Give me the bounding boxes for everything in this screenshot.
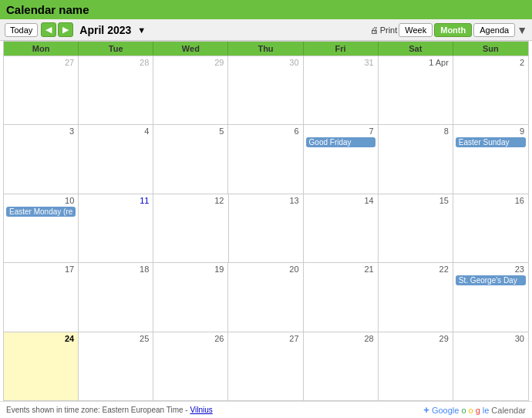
day-number: 1 Apr <box>381 58 450 67</box>
nav-buttons: ◀ ▶ <box>41 22 73 37</box>
easter-monday-event[interactable]: Easter Monday (re <box>6 207 76 217</box>
day-cell[interactable]: 28 <box>304 332 379 400</box>
google-calendar-link[interactable]: + Googleoogle Calendar <box>423 404 526 416</box>
day-number: 5 <box>156 126 225 136</box>
today-button[interactable]: Today <box>5 23 38 37</box>
day-cell[interactable]: 29 <box>153 56 228 124</box>
day-cell[interactable]: 2 <box>453 56 528 124</box>
day-cell[interactable]: 27 <box>228 332 303 400</box>
day-cell[interactable]: 27 <box>4 56 79 124</box>
day-number: 27 <box>231 334 300 343</box>
day-number: 29 <box>381 334 450 343</box>
calendar-title: Calendar name <box>6 3 89 16</box>
day-cell[interactable]: 8 <box>379 125 453 193</box>
easter-sunday-event[interactable]: Easter Sunday <box>456 137 526 147</box>
day-number: 15 <box>381 196 450 205</box>
agenda-view-button[interactable]: Agenda <box>473 23 515 37</box>
day-number: 30 <box>456 334 526 343</box>
day-cell[interactable]: 7 Good Friday <box>304 125 379 193</box>
next-button[interactable]: ▶ <box>58 22 73 37</box>
title-bar: Calendar name <box>0 0 532 19</box>
day-number: 19 <box>156 265 225 274</box>
day-number: 26 <box>156 334 225 343</box>
day-number: 10 <box>6 196 76 205</box>
day-number: 16 <box>456 196 526 205</box>
day-cell[interactable]: 11 <box>79 194 153 262</box>
header-sun: Sun <box>453 42 528 56</box>
day-cell[interactable]: 6 <box>228 125 303 193</box>
day-number: 31 <box>306 58 375 67</box>
calendar-grid: Mon Tue Wed Thu Fri Sat Sun 27 28 29 30 … <box>3 41 529 401</box>
timezone-link[interactable]: Vilnius <box>190 406 212 414</box>
day-number: 3 <box>6 126 76 136</box>
day-number: 9 <box>456 126 526 136</box>
day-cell[interactable]: 5 <box>153 125 228 193</box>
day-cell[interactable]: 15 <box>379 194 453 262</box>
day-cell[interactable]: 1 Apr <box>379 56 453 124</box>
month-dropdown-button[interactable]: ▼ <box>137 25 146 35</box>
st-georges-day-event[interactable]: St. George's Day <box>456 275 526 285</box>
prev-button[interactable]: ◀ <box>41 22 56 37</box>
day-number: 7 <box>306 126 375 136</box>
day-number: 18 <box>81 265 150 274</box>
day-cell[interactable]: 10 Easter Monday (re <box>4 194 79 262</box>
week-row: 24 25 26 27 28 29 30 <box>4 332 528 400</box>
day-cell[interactable]: 16 <box>453 194 528 262</box>
today-cell[interactable]: 24 <box>4 332 79 400</box>
day-number: 17 <box>6 265 76 274</box>
day-number: 24 <box>6 334 76 343</box>
calendar-label: Calendar <box>491 406 526 415</box>
day-cell[interactable]: 4 <box>79 125 153 193</box>
month-view-button[interactable]: Month <box>434 23 472 37</box>
week-view-button[interactable]: Week <box>399 23 433 37</box>
header-fri: Fri <box>304 42 379 56</box>
day-number: 2 <box>456 58 526 67</box>
day-cell[interactable]: 23 St. George's Day <box>453 263 528 331</box>
day-number: 30 <box>231 58 300 67</box>
header-sat: Sat <box>379 42 453 56</box>
day-number: 4 <box>81 126 150 136</box>
day-cell[interactable]: 18 <box>79 263 153 331</box>
good-friday-event[interactable]: Good Friday <box>306 137 375 147</box>
toolbar-dropdown-button[interactable]: ▼ <box>517 24 527 36</box>
day-cell[interactable]: 29 <box>379 332 453 400</box>
header-mon: Mon <box>4 42 79 56</box>
day-cell[interactable]: 19 <box>153 263 228 331</box>
day-cell[interactable]: 21 <box>304 263 379 331</box>
header-wed: Wed <box>153 42 228 56</box>
day-number: 6 <box>231 126 300 136</box>
day-cell[interactable]: 13 <box>229 194 304 262</box>
print-button[interactable]: 🖨 Print <box>370 25 398 35</box>
day-number: 28 <box>81 58 150 67</box>
footer: Events shown in time zone: Eastern Europ… <box>0 401 532 418</box>
toolbar: Today ◀ ▶ April 2023 ▼ 🖨 Print Week Mont… <box>0 19 532 41</box>
day-cell[interactable]: 9 Easter Sunday <box>453 125 528 193</box>
day-number: 8 <box>381 126 450 136</box>
day-cell[interactable]: 26 <box>153 332 228 400</box>
day-number: 28 <box>306 334 375 343</box>
day-cell[interactable]: 3 <box>4 125 79 193</box>
day-cell[interactable]: 28 <box>79 56 153 124</box>
day-number: 14 <box>306 196 375 205</box>
day-number: 21 <box>306 265 375 274</box>
day-cell[interactable]: 30 <box>228 56 303 124</box>
week-row: 27 28 29 30 31 1 Apr 2 <box>4 56 528 124</box>
day-cell[interactable]: 12 <box>153 194 228 262</box>
day-number: 11 <box>81 196 150 205</box>
day-cell[interactable]: 25 <box>79 332 153 400</box>
weeks: 27 28 29 30 31 1 Apr 2 3 4 5 6 7 Good Fr… <box>4 56 528 400</box>
day-cell[interactable]: 31 <box>304 56 379 124</box>
day-cell[interactable]: 17 <box>4 263 79 331</box>
day-cell[interactable]: 14 <box>304 194 379 262</box>
day-number: 22 <box>381 265 450 274</box>
day-headers: Mon Tue Wed Thu Fri Sat Sun <box>4 42 528 56</box>
day-number: 27 <box>6 58 76 67</box>
google-label: Google <box>432 406 459 415</box>
week-row: 10 Easter Monday (re 11 12 13 14 15 16 <box>4 194 528 262</box>
header-thu: Thu <box>228 42 303 56</box>
week-row: 17 18 19 20 21 22 23 St. George's Day <box>4 262 528 331</box>
day-cell[interactable]: 22 <box>379 263 453 331</box>
day-cell[interactable]: 30 <box>453 332 528 400</box>
plus-icon: + <box>423 404 429 416</box>
day-cell[interactable]: 20 <box>228 263 303 331</box>
